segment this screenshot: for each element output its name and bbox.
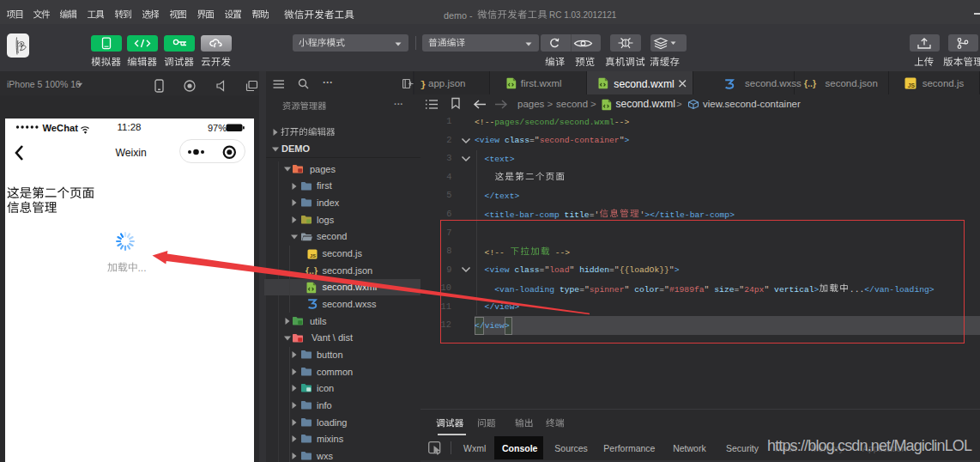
svg-text:JS: JS [908, 82, 916, 88]
svg-text:{..}: {..} [804, 78, 816, 88]
svg-text:JS: JS [310, 253, 316, 258]
svg-text:}: } [420, 79, 426, 90]
svg-text:{..}: {..} [305, 264, 318, 275]
